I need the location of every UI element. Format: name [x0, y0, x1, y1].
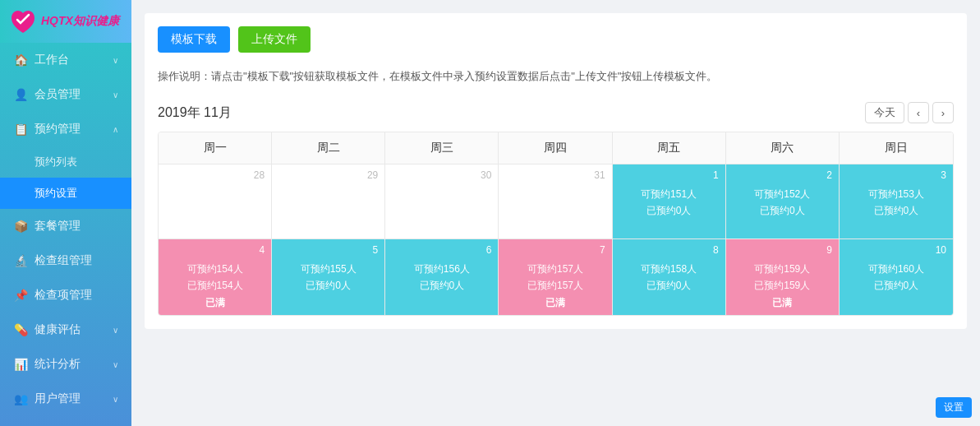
arrow-icon-statistics: ∨: [113, 360, 118, 369]
main-card: 模板下载 上传文件 操作说明：请点击"模板下载"按钮获取模板文件，在模板文件中录…: [145, 13, 967, 329]
sidebar-item-health-eval[interactable]: 💊 健康评估 ∨: [0, 313, 131, 347]
sidebar-item-user-mgmt[interactable]: 👥 用户管理 ∨: [0, 382, 131, 416]
prev-month-button[interactable]: ‹: [908, 102, 929, 123]
arrow-icon-workbench: ∨: [113, 56, 118, 65]
cell-info-2: 可预约152人已预约0人: [733, 186, 832, 220]
cell-info-3: 可预约153人已预约0人: [846, 186, 946, 220]
sidebar-label-workbench: 工作台: [35, 53, 113, 67]
calendar-cell-31[interactable]: 31: [499, 164, 612, 238]
cell-date-2: 2: [733, 169, 832, 181]
calendar-cell-1[interactable]: 1 可预约151人已预约0人: [613, 164, 726, 238]
sidebar-item-member[interactable]: 👤 会员管理 ∨: [0, 77, 131, 112]
cell-date-5: 5: [278, 244, 378, 256]
sidebar-label-statistics: 统计分析: [35, 357, 113, 372]
sidebar-item-check-group[interactable]: 🔬 检查组管理: [0, 243, 131, 278]
calendar-cell-28[interactable]: 28: [159, 164, 272, 238]
arrow-icon-member: ∨: [113, 90, 118, 100]
sidebar-label-check-item: 检查项管理: [35, 288, 118, 303]
sidebar-label-check-group: 检查组管理: [35, 253, 118, 268]
weekday-tue: 周二: [272, 132, 385, 164]
sidebar-item-workbench[interactable]: 🏠 工作台 ∨: [0, 43, 131, 77]
cell-date-28: 28: [165, 169, 265, 181]
weekday-sun: 周日: [840, 132, 953, 164]
weekday-mon: 周一: [159, 132, 272, 164]
logo-icon: [10, 8, 36, 35]
cell-date-29: 29: [278, 169, 378, 181]
sidebar-subitem-appointment-setting[interactable]: 预约设置: [0, 178, 131, 209]
cell-date-31: 31: [505, 169, 605, 181]
package-icon: 📦: [13, 219, 28, 234]
content-area: 模板下载 上传文件 操作说明：请点击"模板下载"按钮获取模板文件，在模板文件中录…: [131, 0, 980, 426]
cell-date-6: 6: [392, 244, 491, 256]
appointment-list-label: 预约列表: [35, 155, 77, 168]
check-group-icon: 🔬: [13, 253, 28, 268]
sidebar-label-appointment: 预约管理: [35, 122, 113, 137]
health-eval-icon: 💊: [13, 322, 28, 337]
calendar-cell-8[interactable]: 8 可预约158人已预约0人: [613, 239, 726, 315]
download-template-button[interactable]: 模板下载: [158, 26, 230, 53]
sidebar-label-user-mgmt: 用户管理: [35, 391, 113, 406]
calendar-cell-29[interactable]: 29: [272, 164, 385, 238]
workbench-icon: 🏠: [13, 53, 28, 67]
calendar-header: 2019年 11月 今天 ‹ ›: [158, 102, 954, 123]
calendar-cell-6[interactable]: 6 可预约156人已预约0人: [385, 239, 499, 315]
cell-full-9: 已满: [733, 296, 832, 310]
cell-full-7: 已满: [505, 296, 605, 310]
fix-button[interactable]: 设置: [936, 397, 972, 418]
weekday-wed: 周三: [385, 132, 499, 164]
today-button[interactable]: 今天: [865, 102, 904, 123]
weekday-headers: 周一 周二 周三 周四 周五 周六 周日: [159, 132, 953, 164]
main-content: 模板下载 上传文件 操作说明：请点击"模板下载"按钮获取模板文件，在模板文件中录…: [131, 0, 980, 426]
calendar-cell-7[interactable]: 7 可预约157人已预约157人 已满: [499, 239, 612, 315]
sidebar-subitem-appointment-list[interactable]: 预约列表: [0, 146, 131, 178]
cell-info-10: 可预约160人已预约0人: [846, 261, 946, 294]
sidebar-label-member: 会员管理: [35, 87, 113, 102]
arrow-icon-user: ∨: [113, 395, 118, 404]
statistics-icon: 📊: [13, 357, 28, 372]
appointment-icon: 📋: [13, 122, 28, 137]
toolbar: 模板下载 上传文件: [158, 26, 954, 53]
logo: HQTX知识健康: [0, 0, 131, 43]
instructions-text: 操作说明：请点击"模板下载"按钮获取模板文件，在模板文件中录入预约设置数据后点击…: [158, 63, 954, 90]
calendar-cell-9[interactable]: 9 可预约159人已预约159人 已满: [726, 239, 840, 315]
sidebar-label-package: 套餐管理: [35, 219, 118, 234]
sidebar-label-health-eval: 健康评估: [35, 322, 113, 337]
next-month-button[interactable]: ›: [932, 102, 954, 123]
calendar-month-label: 2019年 11月: [158, 104, 232, 122]
calendar-nav: 今天 ‹ ›: [865, 102, 954, 123]
cell-info-7: 可预约157人已预约157人: [505, 261, 605, 294]
calendar-row-2: 4 可预约154人已预约154人 已满 5 可预约155人已预约0人 6 可预约…: [159, 239, 953, 315]
cell-info-6: 可预约156人已预约0人: [392, 261, 491, 294]
cell-date-10: 10: [846, 244, 946, 256]
sidebar-item-appointment[interactable]: 📋 预约管理 ∧: [0, 112, 131, 146]
cell-date-8: 8: [619, 244, 719, 256]
calendar-cell-10[interactable]: 10 可预约160人已预约0人: [840, 239, 953, 315]
cell-date-30: 30: [392, 169, 491, 181]
calendar-cell-4[interactable]: 4 可预约154人已预约154人 已满: [159, 239, 272, 315]
calendar-rows: 28 29 30 31 1 可预约151人已预约0人: [159, 164, 953, 315]
check-item-icon: 📌: [13, 288, 28, 303]
sidebar-menu: 🏠 工作台 ∨ 👤 会员管理 ∨ 📋 预约管理 ∧ 预约列表 预约设置 📦 套餐…: [0, 43, 131, 426]
cell-info-9: 可预约159人已预约159人: [733, 261, 832, 294]
logo-text: HQTX知识健康: [41, 14, 119, 29]
upload-file-button[interactable]: 上传文件: [238, 26, 311, 53]
arrow-icon-health: ∨: [113, 326, 118, 335]
cell-info-4: 可预约154人已预约154人: [165, 261, 265, 294]
appointment-setting-label: 预约设置: [35, 187, 77, 199]
arrow-icon-appointment: ∧: [113, 125, 118, 134]
calendar-cell-5[interactable]: 5 可预约155人已预约0人: [272, 239, 385, 315]
sidebar-item-package[interactable]: 📦 套餐管理: [0, 209, 131, 243]
cell-date-1: 1: [619, 169, 719, 181]
cell-date-3: 3: [846, 169, 946, 181]
weekday-thu: 周四: [499, 132, 612, 164]
sidebar-item-statistics[interactable]: 📊 统计分析 ∨: [0, 347, 131, 382]
sidebar-item-check-item[interactable]: 📌 检查项管理: [0, 278, 131, 313]
weekday-sat: 周六: [726, 132, 840, 164]
calendar-cell-30[interactable]: 30: [385, 164, 499, 238]
calendar-row-1: 28 29 30 31 1 可预约151人已预约0人: [159, 164, 953, 239]
cell-date-4: 4: [165, 244, 265, 256]
cell-info-1: 可预约151人已预约0人: [619, 186, 719, 220]
calendar-cell-2[interactable]: 2 可预约152人已预约0人: [726, 164, 840, 238]
cell-date-9: 9: [733, 244, 832, 256]
calendar-cell-3[interactable]: 3 可预约153人已预约0人: [840, 164, 953, 238]
